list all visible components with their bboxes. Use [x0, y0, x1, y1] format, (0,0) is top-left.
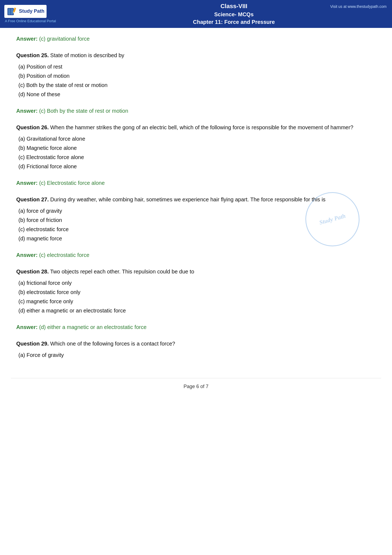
q27-option-c: (c) electrostatic force: [18, 225, 376, 234]
q26-option-c: (c) Electrostatic force alone: [18, 153, 376, 162]
q27-option-a: (a) force of gravity: [18, 206, 376, 215]
header-subject: Science- MCQs: [80, 11, 388, 18]
page-number: Page 6 of 7: [184, 384, 208, 389]
header-chapter: Chapter 11: Force and Pressure: [80, 18, 388, 26]
page-content: Answer: (c) gravitational force Question…: [0, 28, 392, 378]
q26-option-a: (a) Gravitational force alone: [18, 134, 376, 143]
logo-subtitle: A Free Online Educational Portal: [5, 19, 56, 23]
question-29-block: Question 29. Which one of the following …: [16, 339, 376, 360]
question-28-label: Question 28.: [16, 269, 49, 275]
prev-answer-text: (c) gravitational force: [39, 36, 90, 42]
page-footer: Page 6 of 7: [0, 378, 392, 395]
answer-25: Answer: (c) Both by the state of rest or…: [16, 107, 376, 115]
page-header: Study Path A Free Online Educational Por…: [0, 0, 392, 28]
header-website: Visit us at www.thestudypath.com: [330, 4, 387, 9]
answer-25-label: Answer:: [16, 108, 38, 114]
prev-answer: Answer: (c) gravitational force: [16, 34, 376, 43]
q25-option-c: (c) Both by the state of rest or motion: [18, 80, 376, 90]
logo-text: Study Path: [19, 8, 44, 14]
answer-26: Answer: (c) Electrostatic force alone: [16, 179, 376, 187]
answer-27: Answer: (c) electrostatic force: [16, 251, 376, 259]
question-26-body: When the hammer strikes the gong of an e…: [50, 124, 353, 130]
question-29-body: Which one of the following forces is a c…: [50, 341, 175, 347]
question-25-block: Question 25. State of motion is describe…: [16, 51, 376, 99]
question-25-text: Question 25. State of motion is describe…: [16, 51, 376, 60]
question-26-block: Question 26. When the hammer strikes the…: [16, 123, 376, 171]
answer-28-label: Answer:: [16, 324, 38, 330]
answer-28-text: (d) either a magnetic or an electrostati…: [39, 324, 146, 330]
q27-option-d: (d) magnetic force: [18, 234, 376, 243]
q26-option-d: (d) Frictional force alone: [18, 162, 376, 171]
answer-28: Answer: (d) either a magnetic or an elec…: [16, 323, 376, 331]
question-27-text: Question 27. During dry weather, while c…: [16, 195, 376, 204]
question-28-text: Question 28. Two objects repel each othe…: [16, 267, 376, 276]
question-26-text: Question 26. When the hammer strikes the…: [16, 123, 376, 132]
q26-option-b: (b) Magnetic force alone: [18, 143, 376, 153]
answer-26-text: (c) Electrostatic force alone: [39, 180, 104, 186]
prev-answer-label: Answer:: [16, 36, 38, 42]
question-27-block: Question 27. During dry weather, while c…: [16, 195, 376, 243]
question-28-block: Question 28. Two objects repel each othe…: [16, 267, 376, 315]
q25-option-d: (d) None of these: [18, 90, 376, 99]
q28-option-c: (c) magnetic force only: [18, 297, 376, 306]
question-29-label: Question 29.: [16, 341, 49, 347]
q28-option-b: (b) electrostatic force only: [18, 288, 376, 297]
studypath-logo-icon: [6, 6, 17, 17]
answer-27-label: Answer:: [16, 252, 38, 258]
question-27-label: Question 27.: [16, 196, 49, 202]
question-26-label: Question 26.: [16, 124, 49, 130]
question-29-text: Question 29. Which one of the following …: [16, 339, 376, 348]
question-28-body: Two objects repel each other. This repul…: [50, 269, 194, 275]
q29-option-a: (a) Force of gravity: [18, 350, 376, 360]
q28-option-a: (a) frictional force only: [18, 278, 376, 288]
answer-25-text: (c) Both by the state of rest or motion: [39, 108, 128, 114]
logo-box: Study Path: [4, 5, 47, 18]
logo-section: Study Path A Free Online Educational Por…: [4, 5, 80, 23]
question-25-label: Question 25.: [16, 52, 49, 58]
q25-option-b: (b) Position of motion: [18, 71, 376, 80]
q28-option-d: (d) either a magnetic or an electrostati…: [18, 306, 376, 315]
question-25-body: State of motion is described by: [50, 52, 124, 58]
question-27-body: During dry weather, while combing hair, …: [50, 196, 326, 202]
q27-option-b: (b) force of friction: [18, 215, 376, 225]
answer-27-text: (c) electrostatic force: [39, 252, 89, 258]
q25-option-a: (a) Position of rest: [18, 62, 376, 71]
answer-26-label: Answer:: [16, 180, 38, 186]
